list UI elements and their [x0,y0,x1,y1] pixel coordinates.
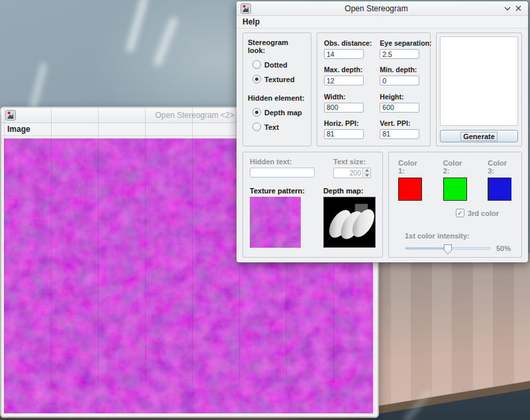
param-field: Obs. distance: [324,39,372,60]
color3-label: Color 3: [488,159,515,175]
texture-pattern-label: Texture pattern: [250,187,305,195]
param-field: Height: [380,93,431,113]
param-field: Width: [324,93,372,113]
min-depth-input[interactable] [380,76,419,85]
horiz-ppi-input[interactable] [324,129,364,139]
radio-selected-icon [252,108,261,117]
radio-icon [252,123,261,131]
radio-dotted[interactable]: Dotted [252,60,306,69]
slider-thumb-face [445,245,452,254]
color1-group: Color 1: [398,159,425,201]
intensity-slider-track[interactable] [405,247,491,250]
spinner-buttons [362,168,370,178]
intensity-label: 1st color intensity: [405,232,515,240]
output-panel: Generate [436,32,522,146]
text-size-group: Text size: [333,158,371,178]
text-size-value[interactable] [334,168,362,178]
dialog-titlebar[interactable]: Open Stereogram [237,1,528,16]
color3-swatch[interactable] [488,178,511,201]
look-title: Stereogram look: [248,38,306,54]
text-size-spinner[interactable] [333,168,371,178]
color3-group: Color 3: [488,159,515,201]
color2-swatch[interactable] [443,178,467,201]
close-icon [515,5,521,11]
output-preview-area [440,36,518,126]
hidden-text-input[interactable] [250,168,315,178]
width-input[interactable] [324,103,364,113]
hidden-element-title: Hidden element: [248,94,306,102]
height-input[interactable] [380,103,419,113]
radio-depth-map[interactable]: Depth map [252,108,306,117]
texture-pattern-thumbnail[interactable] [250,197,301,248]
param-field: Horiz. PPI: [324,119,372,140]
intensity-slider-thumb[interactable] [444,244,452,254]
dialog-menubar: Help [237,16,528,28]
depth-map-label: Depth map: [323,187,376,195]
color1-swatch[interactable] [398,178,422,201]
shade-button[interactable] [502,3,513,14]
colors-panel: Color 1: Color 2: Color 3: ✓ [388,152,522,258]
close-button[interactable] [513,3,524,14]
color1-label: Color 1: [398,159,425,175]
param-field: Eye separation: [380,39,431,60]
depth-map-thumbnail[interactable] [323,197,376,248]
intensity-value: 50% [496,244,511,252]
arrow-up-icon [365,169,369,172]
radio-textured[interactable]: Textured [252,75,306,83]
radio-selected-icon [252,75,261,83]
parameters-panel: Obs. distance: Eye separation: Max. dept… [317,32,431,146]
hidden-text-group: Hidden text: [250,158,315,178]
stereogram-look-panel: Stereogram look: Dotted Textured Hidden … [242,32,311,146]
menu-help[interactable]: Help [242,17,260,26]
spinner-up-button[interactable] [363,168,370,174]
slider-fill [405,248,448,249]
dialog-content: Stereogram look: Dotted Textured Hidden … [237,28,528,262]
param-field: Max. depth: [324,66,372,86]
hidden-text-label: Hidden text: [250,158,315,166]
texture-pattern-group: Texture pattern: [250,187,305,248]
text-size-label: Text size: [333,158,371,166]
chevron-down-icon [504,7,511,11]
arrow-down-icon [365,174,369,177]
depth-map-group: Depth map: [323,187,376,248]
radio-text[interactable]: Text [252,123,306,131]
radio-icon [252,60,261,69]
max-depth-input[interactable] [324,76,364,85]
param-field: Min. depth: [380,66,431,86]
desktop: Open Stereogram <2> Image [0,0,530,420]
checkbox-checked-icon: ✓ [456,209,464,217]
spinner-down-button[interactable] [363,174,370,178]
obs-distance-input[interactable] [324,49,364,59]
texture-panel: Hidden text: Text size: [242,152,383,258]
third-color-checkbox-row[interactable]: ✓ 3rd color [396,209,499,217]
eye-separation-input[interactable] [380,49,419,59]
generate-button[interactable]: Generate [440,130,518,142]
color2-label: Color 2: [443,159,470,175]
open-stereogram-dialog: Open Stereogram Help Stereogram look: [237,1,528,262]
third-color-label: 3rd color [468,209,499,217]
color2-group: Color 2: [443,159,470,201]
app-icon [240,3,251,14]
vert-ppi-input[interactable] [380,129,419,139]
dialog-title: Open Stereogram [251,4,502,13]
param-field: Vert. PPI: [380,119,431,140]
